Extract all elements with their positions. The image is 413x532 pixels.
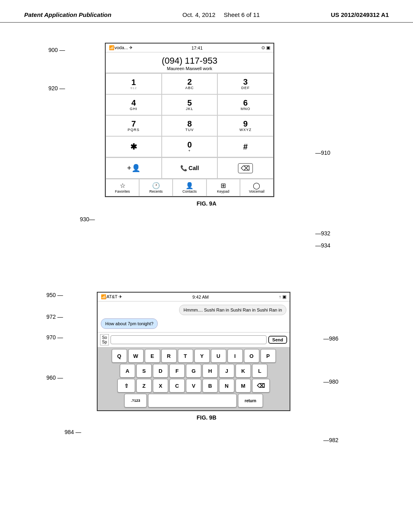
key-3[interactable]: 3 DEF [217, 73, 273, 94]
key-0[interactable]: 0 + [162, 136, 218, 157]
message-bubble-area: Hmmm.... Sushi Ran in Sushi Ran in Sushi… [98, 301, 290, 332]
status-time: 17:41 [192, 46, 203, 50]
nav-favorites[interactable]: ☆ Favorites [106, 179, 139, 196]
caption-9b: FIG. 9B [24, 414, 389, 421]
nav-voicemail[interactable]: ◯ Voicemail [240, 179, 273, 196]
caption-9a: FIG. 9A [24, 200, 389, 207]
key-return[interactable]: return [238, 394, 263, 407]
status-bar-9b: 📶AT&T ✈ 9:42 AM ↑ ▣ [98, 293, 290, 301]
key-4[interactable]: 4 GHI [106, 94, 162, 115]
page-content: 900 — 920 — —910 930— —932 —934 📶voda...… [0, 23, 413, 477]
label-934: —934 [315, 242, 330, 249]
nav-contacts[interactable]: 👤 Contacts [173, 179, 206, 196]
key-5[interactable]: 5 JKL [162, 94, 218, 115]
header-title: Patent Application Publication [24, 11, 111, 18]
contact-name: Maureen Maxwell work [107, 66, 272, 71]
key-N[interactable]: N [219, 379, 234, 393]
key-H[interactable]: H [202, 364, 218, 378]
key-K[interactable]: K [236, 364, 251, 378]
key-U[interactable]: U [211, 349, 226, 363]
header-date-sheet: Oct. 4, 2012 Sheet 6 of 11 [182, 11, 260, 18]
key-shift[interactable]: ⇧ [117, 379, 135, 393]
add-contact-button[interactable]: +👤 [106, 158, 162, 179]
delete-button[interactable]: ⌫ [217, 158, 273, 179]
label-932: —932 [315, 230, 330, 237]
key-8[interactable]: 8 TUV [162, 115, 218, 136]
key-C[interactable]: C [169, 379, 185, 393]
nav-recents[interactable]: 🕐 Recents [139, 179, 173, 196]
nav-keypad[interactable]: ⊞ Keypad [206, 179, 240, 196]
key-L[interactable]: L [252, 364, 267, 378]
key-B[interactable]: B [202, 379, 218, 393]
status-signal: 📶voda... ✈ [109, 45, 133, 50]
header-date: Oct. 4, 2012 [182, 11, 215, 18]
key-P[interactable]: P [261, 349, 276, 363]
label-930: 930— [80, 216, 95, 222]
key-A[interactable]: A [120, 364, 135, 378]
key-Y[interactable]: Y [194, 349, 210, 363]
phone-mockup-9a: 📶voda... ✈ 17:41 ⊙ ▣ (094) 117-953 Maure… [105, 43, 274, 197]
key-Z[interactable]: Z [136, 379, 152, 393]
keypad-grid: 1 912 2 ABC 3 DEF 4 GHI 5 JKL [106, 73, 273, 157]
key-hash[interactable]: # [217, 136, 273, 157]
status-carrier: 📶AT&T ✈ [101, 294, 122, 299]
keyboard-area: Q W E R T Y U I O P A S D F G [98, 347, 290, 410]
label-982: —982 [323, 437, 338, 443]
label-900: 900 — [48, 47, 65, 53]
key-numpad-toggle[interactable]: .?123 [124, 394, 147, 407]
sent-message: How about 7pm tonight? [101, 318, 158, 329]
status-battery-9b: ↑ ▣ [279, 294, 286, 299]
label-980: —980 [323, 378, 338, 385]
call-button[interactable]: 📞 Call [162, 158, 218, 179]
key-space[interactable] [148, 394, 237, 407]
label-920: 920 — [48, 85, 65, 91]
message-input-field[interactable] [111, 335, 267, 344]
key-X[interactable]: X [153, 379, 168, 393]
keyboard-row-4: .?123 return [99, 394, 288, 407]
figure-9a-wrapper: 900 — 920 — —910 930— —932 —934 📶voda...… [24, 43, 389, 285]
bottom-nav: ☆ Favorites 🕐 Recents 👤 Contacts ⊞ Keypa… [106, 179, 273, 196]
key-E[interactable]: E [145, 349, 160, 363]
key-G[interactable]: G [186, 364, 201, 378]
key-F[interactable]: F [169, 364, 185, 378]
dialed-number: (094) 117-953 [107, 56, 272, 66]
key-1[interactable]: 1 912 [106, 73, 162, 94]
key-D[interactable]: D [153, 364, 168, 378]
key-star[interactable]: ✱ [106, 136, 162, 157]
status-time-9b: 9:42 AM [192, 295, 209, 299]
label-986: —986 [323, 335, 338, 342]
key-V[interactable]: V [186, 379, 201, 393]
phone-mockup-9b: 📶AT&T ✈ 9:42 AM ↑ ▣ Hmmm.... Sushi Ran i… [97, 292, 290, 411]
label-970: 970 — [46, 334, 63, 341]
key-O[interactable]: O [244, 349, 259, 363]
phone-number-display: (094) 117-953 Maureen Maxwell work [106, 52, 273, 73]
key-backspace[interactable]: ⌫ [252, 379, 270, 393]
received-message: Hmmm.... Sushi Ran in Sushi Ran in Sushi… [179, 305, 286, 315]
status-bar-9a: 📶voda... ✈ 17:41 ⊙ ▣ [106, 44, 273, 52]
key-9[interactable]: 9 WXYZ [217, 115, 273, 136]
send-button[interactable]: Send [268, 336, 287, 344]
key-2[interactable]: 2 ABC [162, 73, 218, 94]
key-J[interactable]: J [219, 364, 234, 378]
label-960: 960 — [46, 374, 63, 381]
key-6[interactable]: 6 MNO [217, 94, 273, 115]
label-984: 984 — [65, 429, 81, 435]
keyboard-row-3: ⇧ Z X C V B N M ⌫ [99, 379, 288, 393]
key-T[interactable]: T [178, 349, 193, 363]
keyboard-row-2: A S D F G H J K L [99, 364, 288, 378]
key-I[interactable]: I [227, 349, 243, 363]
key-7[interactable]: 7 PQRS [106, 115, 162, 136]
figure-9b-wrapper: 950 — 972 — 970 — 960 — 962 964 —986 —98… [24, 292, 389, 465]
page-header: Patent Application Publication Oct. 4, 2… [0, 0, 413, 23]
label-950: 950 — [46, 292, 63, 298]
header-sheet: Sheet 6 of 11 [224, 11, 260, 18]
message-input-area: SoSp Send [98, 332, 290, 347]
key-R[interactable]: R [161, 349, 177, 363]
key-M[interactable]: M [236, 379, 251, 393]
label-910: —910 [315, 150, 330, 156]
key-S[interactable]: S [136, 364, 152, 378]
key-Q[interactable]: Q [112, 349, 127, 363]
status-battery: ⊙ ▣ [261, 45, 270, 50]
autocomplete-so: SoSp [100, 334, 109, 345]
key-W[interactable]: W [128, 349, 144, 363]
